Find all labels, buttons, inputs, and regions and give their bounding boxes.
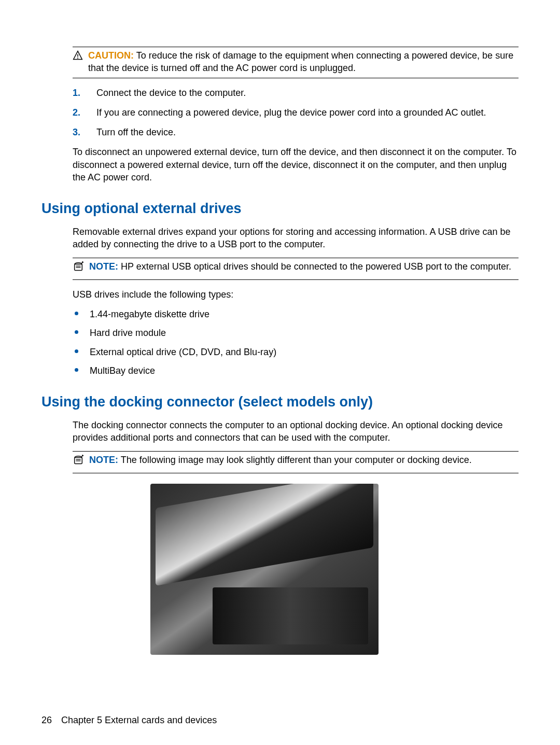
step-number: 2. — [73, 106, 87, 119]
note-icon — [73, 261, 84, 276]
caution-block: CAUTION: To reduce the risk of damage to… — [73, 47, 519, 184]
step-text: Connect the device to the computer. — [96, 87, 246, 99]
list-item: MultiBay device — [73, 364, 519, 377]
note-body: NOTE: The following image may look sligh… — [89, 454, 519, 466]
drives-intro: Removable external drives expand your op… — [73, 226, 519, 251]
page: CAUTION: To reduce the risk of damage to… — [0, 0, 560, 745]
list-item: Hard drive module — [73, 327, 519, 339]
list-item-text: Hard drive module — [90, 327, 166, 339]
bullet-icon — [75, 330, 78, 334]
drives-note-callout: NOTE: HP external USB optical drives sho… — [73, 258, 519, 279]
step-item: 2. If you are connecting a powered devic… — [73, 106, 519, 119]
note-prefix: NOTE: — [89, 261, 118, 272]
list-item-text: MultiBay device — [90, 364, 155, 377]
step-item: 3. Turn off the device. — [73, 126, 519, 138]
docking-content: The docking connector connects the compu… — [73, 419, 519, 473]
docking-note-callout: NOTE: The following image may look sligh… — [73, 451, 519, 473]
step-number: 1. — [73, 87, 87, 99]
caution-text: To reduce the risk of damage to the equi… — [88, 50, 513, 73]
section-title-drives: Using optional external drives — [41, 199, 519, 218]
disconnect-paragraph: To disconnect an unpowered external devi… — [73, 146, 519, 184]
chapter-label: Chapter 5 External cards and devices — [61, 714, 217, 726]
list-item: 1.44-megabyte diskette drive — [73, 308, 519, 320]
section-title-docking: Using the docking connector (select mode… — [41, 392, 519, 411]
list-item-text: External optical drive (CD, DVD, and Blu… — [90, 346, 276, 358]
bullet-icon — [75, 349, 78, 353]
bullet-icon — [75, 312, 78, 315]
note-icon — [73, 455, 84, 469]
step-item: 1. Connect the device to the computer. — [73, 87, 519, 99]
note-text: The following image may look slightly di… — [121, 455, 472, 465]
steps-list: 1. Connect the device to the computer. 2… — [73, 87, 519, 139]
bullet-icon — [75, 368, 78, 372]
step-number: 3. — [73, 126, 87, 138]
warning-triangle-icon — [73, 50, 83, 64]
step-text: If you are connecting a powered device, … — [96, 106, 486, 119]
note-body: NOTE: HP external USB optical drives sho… — [89, 260, 519, 273]
list-item: External optical drive (CD, DVD, and Blu… — [73, 346, 519, 358]
drives-content: Removable external drives expand your op… — [73, 226, 519, 377]
types-intro: USB drives include the following types: — [73, 288, 519, 301]
page-number: 26 — [41, 714, 52, 726]
svg-point-1 — [77, 58, 78, 59]
note-text: HP external USB optical drives should be… — [121, 261, 511, 272]
note-prefix: NOTE: — [89, 455, 118, 465]
caution-body: CAUTION: To reduce the risk of damage to… — [88, 49, 519, 75]
caution-prefix: CAUTION: — [88, 50, 134, 61]
list-item-text: 1.44-megabyte diskette drive — [90, 308, 209, 320]
step-text: Turn off the device. — [96, 126, 176, 138]
caution-callout: CAUTION: To reduce the risk of damage to… — [73, 47, 519, 78]
page-footer: 26 Chapter 5 External cards and devices — [41, 714, 519, 726]
docking-intro: The docking connector connects the compu… — [73, 419, 519, 444]
docking-connector-illustration — [150, 484, 379, 655]
drive-types-list: 1.44-megabyte diskette drive Hard drive … — [73, 308, 519, 377]
